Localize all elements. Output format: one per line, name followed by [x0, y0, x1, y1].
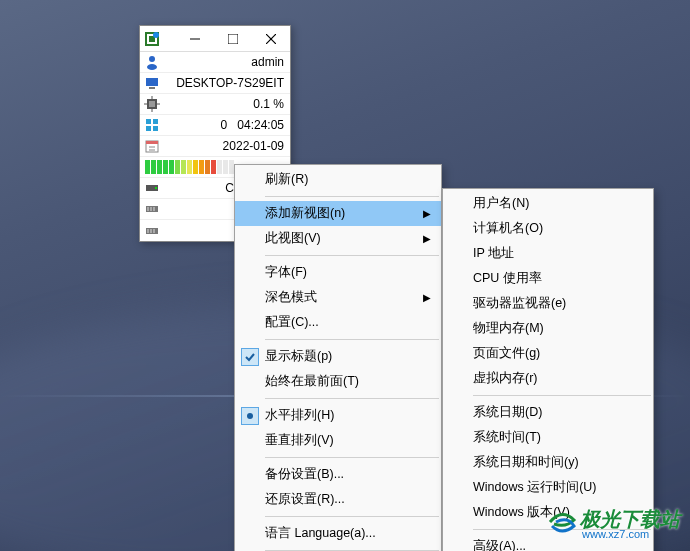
- svg-rect-31: [153, 207, 155, 211]
- svg-point-3: [153, 32, 159, 38]
- submenu-arrow-icon: ▶: [423, 292, 431, 303]
- submenu-cpu-usage[interactable]: CPU 使用率: [443, 266, 653, 291]
- app-icon: [140, 31, 164, 47]
- uptime-time: 04:24:05: [237, 118, 284, 132]
- date-value: 2022-01-09: [164, 139, 290, 153]
- drive-icon: [140, 180, 164, 196]
- menu-vertical-layout[interactable]: 垂直排列(V): [235, 428, 441, 453]
- cpu-icon: [140, 96, 164, 112]
- submenu-username[interactable]: 用户名(N): [443, 191, 653, 216]
- row-user: admin: [140, 52, 290, 73]
- svg-rect-30: [150, 207, 152, 211]
- svg-rect-19: [153, 119, 158, 124]
- menu-font[interactable]: 字体(F): [235, 260, 441, 285]
- svg-rect-33: [147, 229, 149, 233]
- submenu-arrow-icon: ▶: [423, 208, 431, 219]
- menu-always-top[interactable]: 始终在最前面(T): [235, 369, 441, 394]
- menu-separator: [265, 339, 439, 340]
- context-menu-main: 刷新(R) 添加新视图(n)▶ 此视图(V)▶ 字体(F) 深色模式▶ 配置(C…: [234, 164, 442, 551]
- menu-this-view[interactable]: 此视图(V)▶: [235, 226, 441, 251]
- menu-separator: [473, 395, 651, 396]
- titlebar[interactable]: [140, 26, 290, 52]
- menu-separator: [265, 516, 439, 517]
- submenu-system-date[interactable]: 系统日期(D): [443, 400, 653, 425]
- svg-rect-10: [146, 78, 158, 86]
- svg-rect-29: [147, 207, 149, 211]
- uptime-days: 0: [221, 118, 228, 132]
- row-uptime: 0 04:24:05: [140, 115, 290, 136]
- submenu-system-datetime[interactable]: 系统日期和时间(y): [443, 450, 653, 475]
- pagefile-icon: [140, 223, 164, 239]
- context-submenu-add-view: 用户名(N) 计算机名(O) IP 地址 CPU 使用率 驱动器监视器(e) 物…: [442, 188, 654, 551]
- computer-icon: [140, 75, 164, 91]
- menu-config[interactable]: 配置(C)...: [235, 310, 441, 335]
- radio-icon: [241, 407, 259, 425]
- calendar-icon: [140, 138, 164, 154]
- submenu-computer-name[interactable]: 计算机名(O): [443, 216, 653, 241]
- submenu-arrow-icon: ▶: [423, 233, 431, 244]
- submenu-physical-memory[interactable]: 物理内存(M): [443, 316, 653, 341]
- row-computer: DESKTOP-7S29EIT: [140, 73, 290, 94]
- watermark-swirl-icon: [544, 506, 580, 543]
- submenu-page-file[interactable]: 页面文件(g): [443, 341, 653, 366]
- menu-language[interactable]: 语言 Language(a)...: [235, 521, 441, 546]
- submenu-virtual-memory[interactable]: 虚拟内存(r): [443, 366, 653, 391]
- watermark-url: www.xz7.com: [582, 529, 680, 540]
- svg-point-27: [155, 187, 157, 189]
- menu-add-new-view[interactable]: 添加新视图(n)▶: [235, 201, 441, 226]
- menu-separator: [265, 255, 439, 256]
- menu-horizontal-layout[interactable]: 水平排列(H): [235, 403, 441, 428]
- menu-separator: [265, 398, 439, 399]
- svg-rect-18: [146, 119, 151, 124]
- cpu-value: 0.1 %: [164, 97, 290, 111]
- submenu-drive-monitor[interactable]: 驱动器监视器(e): [443, 291, 653, 316]
- ram-icon: [140, 201, 164, 217]
- minimize-button[interactable]: [176, 26, 214, 52]
- svg-point-9: [147, 64, 157, 70]
- uptime-value: 0 04:24:05: [164, 118, 290, 132]
- menu-separator: [265, 196, 439, 197]
- menu-restore-settings[interactable]: 还原设置(R)...: [235, 487, 441, 512]
- user-value: admin: [164, 55, 290, 69]
- svg-rect-5: [228, 34, 238, 44]
- submenu-system-time[interactable]: 系统时间(T): [443, 425, 653, 450]
- user-icon: [140, 54, 164, 70]
- row-date: 2022-01-09: [140, 136, 290, 157]
- computer-value: DESKTOP-7S29EIT: [164, 76, 290, 90]
- menu-dark-mode[interactable]: 深色模式▶: [235, 285, 441, 310]
- menu-refresh[interactable]: 刷新(R): [235, 167, 441, 192]
- svg-rect-23: [146, 141, 158, 144]
- row-cpu: 0.1 %: [140, 94, 290, 115]
- menu-separator: [265, 457, 439, 458]
- svg-rect-20: [146, 126, 151, 131]
- svg-rect-21: [153, 126, 158, 131]
- watermark-text: 极光下载站: [580, 509, 680, 529]
- menu-backup-settings[interactable]: 备份设置(B)...: [235, 462, 441, 487]
- svg-rect-34: [150, 229, 152, 233]
- check-icon: [241, 348, 259, 366]
- svg-rect-35: [153, 229, 155, 233]
- maximize-button[interactable]: [214, 26, 252, 52]
- svg-point-36: [247, 413, 253, 419]
- submenu-windows-uptime[interactable]: Windows 运行时间(U): [443, 475, 653, 500]
- watermark: 极光下载站 www.xz7.com: [544, 506, 680, 543]
- submenu-ip-address[interactable]: IP 地址: [443, 241, 653, 266]
- close-button[interactable]: [252, 26, 290, 52]
- windows-icon: [140, 117, 164, 133]
- svg-rect-11: [149, 87, 155, 89]
- svg-rect-13: [149, 101, 155, 107]
- menu-show-title[interactable]: 显示标题(p): [235, 344, 441, 369]
- svg-point-8: [149, 56, 155, 62]
